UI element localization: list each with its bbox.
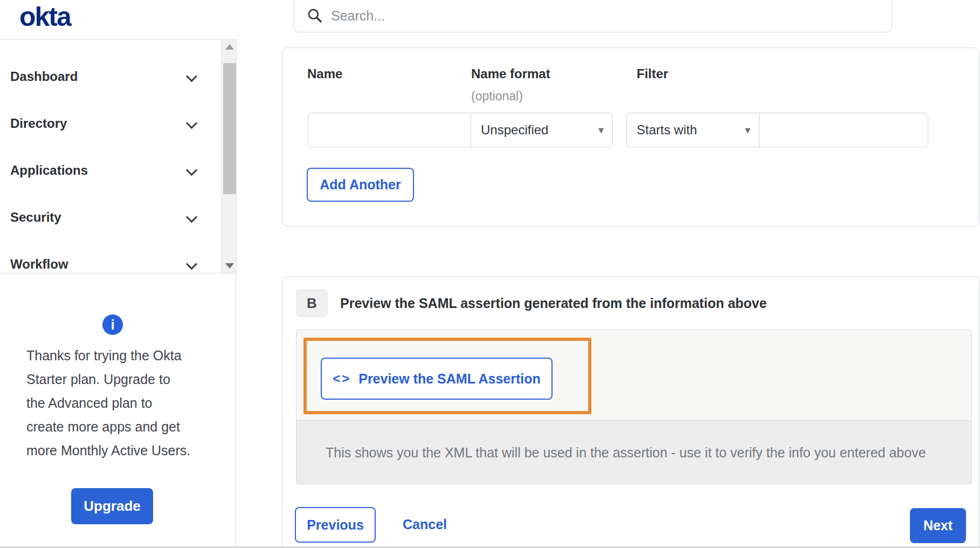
previous-button[interactable]: Previous bbox=[295, 507, 376, 543]
chevron-down-icon bbox=[186, 211, 197, 223]
sidebar-item-label: Security bbox=[10, 210, 61, 225]
sidebar-item-applications[interactable]: Applications bbox=[0, 155, 218, 188]
plan-notice-text: Thanks for trying the Okta Starter plan.… bbox=[26, 344, 190, 462]
sidebar-scrollbar[interactable] bbox=[221, 40, 237, 273]
sidebar-item-label: Dashboard bbox=[10, 69, 78, 84]
filter-operator-select[interactable]: Starts with ▾ bbox=[626, 113, 760, 147]
scrollbar-down-button[interactable] bbox=[222, 259, 238, 273]
name-format-column-label: Name format bbox=[471, 66, 550, 81]
add-another-button[interactable]: Add Another bbox=[307, 168, 414, 202]
sidebar-item-dashboard[interactable]: Dashboard bbox=[0, 61, 218, 94]
name-format-optional-label: (optional) bbox=[471, 89, 523, 104]
chevron-down-icon bbox=[186, 258, 197, 270]
next-button[interactable]: Next bbox=[910, 508, 966, 543]
name-column-label: Name bbox=[307, 66, 342, 81]
global-search[interactable] bbox=[294, 0, 892, 32]
step-badge: B bbox=[296, 289, 328, 317]
okta-logo[interactable]: okta bbox=[19, 1, 71, 32]
attribute-statements-card: Name Name format (optional) Filter Unspe… bbox=[282, 47, 979, 227]
plan-notice-line: Thanks for trying the Okta bbox=[26, 344, 190, 367]
code-icon: <> bbox=[333, 371, 351, 386]
preview-assertion-box: <> Preview the SAML Assertion This shows… bbox=[296, 330, 972, 484]
upgrade-button[interactable]: Upgrade bbox=[71, 488, 153, 524]
sidebar-item-label: Directory bbox=[10, 116, 67, 131]
search-icon bbox=[306, 7, 323, 24]
filter-value-input[interactable] bbox=[759, 113, 928, 147]
section-title: Preview the SAML assertion generated fro… bbox=[340, 296, 767, 311]
preview-saml-assertion-button[interactable]: <> Preview the SAML Assertion bbox=[321, 358, 553, 400]
chevron-down-icon bbox=[186, 118, 197, 129]
preview-description-area: This shows you the XML that will be used… bbox=[296, 421, 971, 484]
sidebar-item-label: Workflow bbox=[10, 257, 68, 272]
sidebar-item-directory[interactable]: Directory bbox=[0, 108, 218, 141]
preview-button-label: Preview the SAML Assertion bbox=[358, 371, 541, 387]
chevron-down-icon bbox=[186, 165, 197, 176]
name-format-selected-value: Unspecified bbox=[481, 122, 548, 138]
filter-column-label: Filter bbox=[637, 66, 668, 81]
plan-notice-line: more Monthly Active Users. bbox=[26, 439, 190, 462]
filter-operator-selected-value: Starts with bbox=[637, 122, 697, 138]
plan-notice-line: Starter plan. Upgrade to bbox=[26, 367, 190, 391]
chevron-down-icon bbox=[186, 71, 197, 82]
info-icon: i bbox=[102, 314, 123, 335]
name-input[interactable] bbox=[308, 113, 471, 147]
triangle-up-icon bbox=[225, 44, 234, 50]
plan-notice-panel: i Thanks for trying the Okta Starter pla… bbox=[0, 273, 236, 546]
scrollbar-thumb[interactable] bbox=[223, 63, 236, 194]
triangle-down-icon bbox=[225, 263, 234, 269]
cancel-link[interactable]: Cancel bbox=[403, 517, 447, 532]
sidebar-nav: Dashboard Directory Applications Securit… bbox=[0, 39, 237, 273]
plan-notice-line: the Advanced plan to bbox=[26, 391, 190, 415]
preview-saml-card: B Preview the SAML assertion generated f… bbox=[282, 276, 979, 546]
preview-button-area: <> Preview the SAML Assertion bbox=[296, 330, 971, 421]
caret-down-icon: ▾ bbox=[598, 124, 604, 136]
plan-notice-line: create more apps and get bbox=[26, 415, 190, 439]
caret-down-icon: ▾ bbox=[745, 124, 750, 136]
search-input[interactable] bbox=[331, 8, 881, 24]
sidebar-item-security[interactable]: Security bbox=[0, 202, 218, 235]
sidebar-item-label: Applications bbox=[10, 163, 88, 178]
name-format-select[interactable]: Unspecified ▾ bbox=[471, 113, 613, 147]
preview-description: This shows you the XML that will be used… bbox=[326, 445, 926, 461]
scrollbar-up-button[interactable] bbox=[222, 40, 238, 54]
